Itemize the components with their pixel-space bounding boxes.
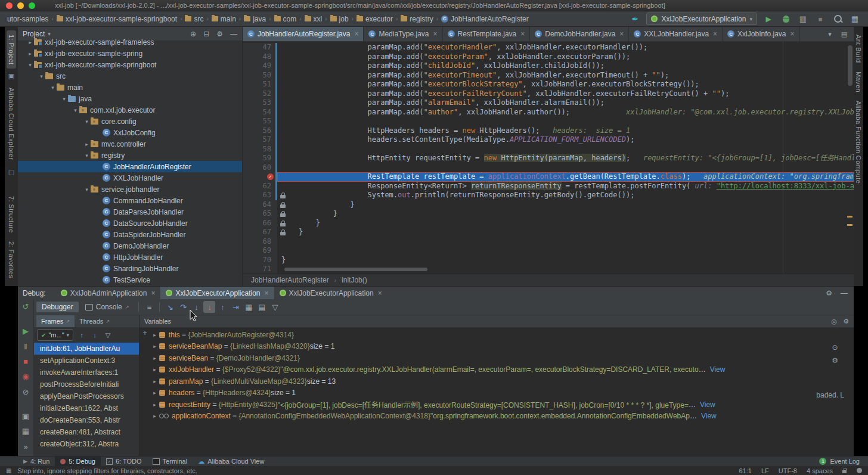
tool-window-button-6-todo[interactable]: ✓6: TODO	[101, 457, 147, 466]
variable-row-parammap[interactable]: ▸paramMap = {LinkedMultiValueMap@4323} s…	[150, 375, 854, 387]
chevron-right-icon[interactable]: ▸	[150, 355, 159, 361]
breadcrumb-item-java[interactable]: java	[243, 14, 267, 24]
step-over-icon[interactable]: ↷	[177, 301, 189, 313]
tree-item-xxl-job-executor-sample-spring[interactable]: ▸xxl-job-executor-sample-spring	[18, 48, 242, 59]
tool-stripe-icon[interactable]: ▢	[8, 168, 14, 176]
editor-tab-resttemplate-java[interactable]: CRestTemplate.java×	[443, 27, 531, 41]
tree-item-datasourcejobhandler[interactable]: CDataSourceJobHandler	[18, 218, 242, 229]
tree-item-dataparsejobhandler[interactable]: CDataParseJobHandler	[18, 206, 242, 218]
variable-row-headers[interactable]: ▸headers = {HttpHeaders@4324} size = 1	[150, 387, 854, 399]
variable-row-servicebeanmap[interactable]: ▸serviceBeanMap = {LinkedHashMap@4320} s…	[150, 341, 854, 353]
caret-position[interactable]: 61:1	[739, 467, 752, 474]
editor-gutter[interactable]: 50	[243, 71, 277, 80]
chevron-right-icon[interactable]: ▸	[83, 141, 91, 147]
run-configuration-select[interactable]: XxlJobExecutorApplication ▾	[646, 13, 757, 25]
error-stripe-mark[interactable]	[847, 224, 852, 226]
tool-window-button-ant-build[interactable]: Ant Build	[854, 30, 863, 67]
run-button[interactable]: ▶	[762, 13, 774, 25]
variable-row-servicebean[interactable]: ▸serviceBean = {DemoJobHandler@4321}	[150, 352, 854, 364]
editor-gutter[interactable]: 49	[243, 61, 277, 71]
chevron-right-icon[interactable]: ▸	[26, 39, 34, 45]
frame-row[interactable]: invokeAwareInterfaces:1	[34, 367, 139, 378]
gear-icon[interactable]: ⚙	[832, 356, 838, 365]
frame-row[interactable]: initJob:61, JobHandlerAu	[34, 343, 139, 355]
view-link[interactable]: View	[700, 401, 715, 409]
chevron-right-icon[interactable]: ▸	[150, 343, 159, 349]
editor-gutter[interactable]: 68	[243, 237, 277, 247]
chevron-right-icon[interactable]: ▸	[26, 51, 34, 57]
frame-row[interactable]: createObject:312, Abstra	[34, 438, 139, 450]
editor-gutter[interactable]: 51	[243, 80, 277, 89]
close-window-button[interactable]	[6, 2, 13, 9]
editor-gutter[interactable]: 71	[243, 265, 277, 274]
editor-tab-jobhandlerautoregister-java[interactable]: CJobHandlerAutoRegister.java×	[243, 27, 364, 41]
tool-window-button-terminal[interactable]: Terminal	[147, 457, 193, 466]
tree-item-registry[interactable]: ▾registry	[18, 150, 242, 161]
close-icon[interactable]: ×	[151, 289, 155, 297]
debug-button[interactable]	[780, 13, 792, 25]
breakpoint-icon[interactable]: ✓	[267, 173, 274, 180]
pin-icon[interactable]: ⊙	[832, 343, 838, 352]
debug-session-tab[interactable]: XxlJobAdminApplication×	[55, 287, 161, 299]
view-as-table-icon[interactable]: ▤	[256, 301, 268, 313]
stop-icon[interactable]: ■	[20, 356, 32, 367]
variable-row-applicationcontext[interactable]: ▸applicationContext = {AnnotationConfigE…	[150, 411, 854, 423]
hidden-tabs-dropdown-icon[interactable]: ▾	[825, 29, 835, 39]
debug-session-tab[interactable]: XxlJobExecutorApplication×	[160, 287, 274, 299]
tab-debugger[interactable]: Debugger	[36, 302, 79, 312]
breadcrumb-item-executor[interactable]: executor	[355, 14, 394, 24]
breadcrumb-item-jobhandlerautoregister[interactable]: CJobHandlerAutoRegister	[440, 14, 530, 24]
tree-item-com-xxl-job-executor[interactable]: ▾com.xxl.job.executor	[18, 104, 242, 116]
coverage-button[interactable]: ▥	[797, 13, 809, 25]
more-icon[interactable]: »	[20, 441, 32, 452]
variable-row-xxljobhandler[interactable]: ▸xxlJobHandler = {$Proxy52@4322} "@com.x…	[150, 364, 854, 376]
tree-item-xxljobhandler[interactable]: CXXLJobHandler	[18, 172, 242, 184]
tab-frames[interactable]: Frames ↗	[36, 315, 75, 327]
editor-gutter[interactable]: 53	[243, 98, 277, 108]
editor-gutter[interactable]: 56	[243, 126, 277, 136]
chevron-right-icon[interactable]: ▸	[150, 413, 159, 419]
close-icon[interactable]: ×	[354, 30, 358, 38]
filter-icon[interactable]: ▽	[269, 301, 281, 313]
tool-window-button-4-run[interactable]: ▶4: Run	[18, 457, 55, 466]
horizontal-scrollbar[interactable]	[284, 268, 427, 271]
frame-row[interactable]: postProcessBeforeInitiali	[34, 378, 139, 390]
chevron-down-icon[interactable]: ▾	[26, 62, 34, 68]
debug-session-tab[interactable]: XxlJobExecutorApplication×	[274, 287, 388, 299]
run-to-cursor-icon[interactable]: ⇥	[230, 301, 241, 313]
tool-window-button-7-structure[interactable]: 7: Structure	[7, 192, 16, 237]
editor-gutter[interactable]: 62	[243, 182, 277, 191]
chevron-right-icon[interactable]: ▸	[150, 378, 159, 384]
breadcrumb-class[interactable]: JobHandlerAutoRegister	[251, 276, 329, 284]
close-icon[interactable]: ×	[790, 30, 795, 38]
error-stripe-mark[interactable]	[847, 216, 852, 218]
chevron-down-icon[interactable]: ▾	[72, 107, 79, 113]
chevron-right-icon[interactable]: ▸	[150, 367, 159, 372]
tree-item-xxl-job-executor-sample-springboot[interactable]: ▾xxl-job-executor-sample-springboot	[18, 59, 242, 70]
breadcrumb-item-com[interactable]: com	[273, 14, 298, 24]
frame-row[interactable]: initializeBean:1622, Abst	[34, 402, 139, 414]
tool-window-button-alibaba-cloud-explorer[interactable]: Alibaba Cloud Explorer	[7, 83, 16, 164]
editor-gutter[interactable]: 54	[243, 108, 277, 117]
editor-gutter[interactable]: 64	[243, 200, 277, 210]
tool-window-button-maven[interactable]: Maven	[854, 67, 863, 97]
encoding-indicator[interactable]: UTF-8	[779, 467, 797, 474]
zoom-window-button[interactable]	[29, 2, 35, 9]
breadcrumb-item-utor-samples[interactable]: utor-samples	[6, 14, 49, 24]
tree-item-java[interactable]: ▾java	[18, 93, 242, 104]
tree-item-demojobhandler[interactable]: CDemoJobHandler	[18, 240, 242, 252]
tab-threads[interactable]: Threads ↗	[75, 315, 114, 327]
tree-item-commandjobhandler[interactable]: CCommandJobHandler	[18, 195, 242, 206]
frame-row[interactable]: applyBeanPostProcessors	[34, 390, 139, 402]
chevron-down-icon[interactable]: ▾	[83, 153, 91, 159]
editor-options-icon[interactable]: ▤	[839, 29, 849, 39]
breadcrumb-item-src[interactable]: src	[184, 14, 204, 24]
view-link[interactable]: View	[701, 412, 717, 420]
variable-row-requestentity[interactable]: ▸requestEntity = {HttpEntity@4325} "<{jo…	[150, 399, 854, 411]
settings-icon[interactable]: ⚙	[843, 318, 849, 325]
mute-breakpoints-icon[interactable]: ⊘	[20, 386, 32, 398]
chevron-down-icon[interactable]: ▾	[38, 73, 45, 79]
tool-stripe-icon[interactable]: ▣	[8, 72, 14, 80]
minimize-window-button[interactable]	[17, 2, 24, 9]
editor-gutter[interactable]: 69	[243, 246, 277, 256]
